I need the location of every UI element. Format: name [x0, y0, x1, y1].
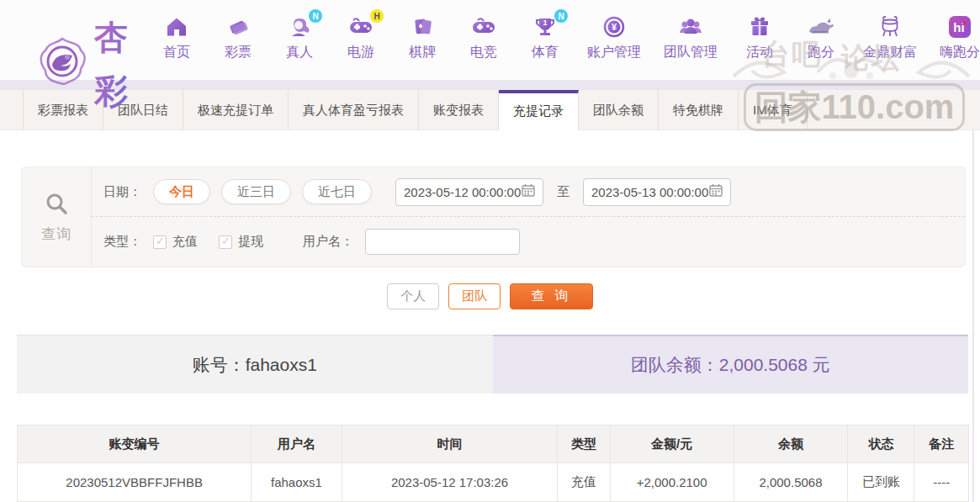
table-cell: +2,000.2100 [610, 463, 734, 502]
brand-name: 杏彩 [94, 10, 146, 118]
column-header: 类型 [558, 425, 610, 463]
type-label: 类型： [103, 234, 141, 250]
table-cell: 2023-05-12 17:03:26 [342, 463, 558, 502]
search-button[interactable]: 查 询 [510, 283, 592, 309]
column-header: 状态 [848, 425, 914, 463]
account-number: 账号：fahaoxs1 [17, 335, 493, 394]
nav-item-egames[interactable]: H 电游 [342, 13, 380, 61]
range-today-button[interactable]: 今日 [153, 179, 210, 204]
search-icon [44, 191, 69, 219]
live-person-icon [288, 13, 311, 40]
svg-text:hi: hi [953, 20, 964, 34]
home-icon [165, 13, 188, 40]
personal-button[interactable]: 个人 [387, 283, 439, 309]
team-balance: 团队余额：2,000.5068 元 [493, 335, 969, 394]
table-cell: 20230512VBBFFJFHBB [18, 463, 252, 502]
filter-fields: 日期： 今日 近三日 近七日 2023-05-12 00:00:00 [92, 167, 965, 267]
nav-item-hi-paofen[interactable]: hi 嗨跑分 [940, 13, 980, 61]
column-header: 备注 [914, 425, 969, 463]
table-cell: 充值 [558, 463, 610, 502]
svg-text:¥: ¥ [612, 22, 617, 32]
new-badge: N [309, 9, 322, 23]
top-navigation: 杏彩 首页 彩票 N [0, 0, 980, 80]
nav-item-jinding-wealth[interactable]: 金鼎财富 [863, 13, 917, 61]
table-cell: fahaoxs1 [252, 463, 342, 502]
brand-logo[interactable]: 杏彩 [35, 10, 146, 118]
tab-live-sports-pl[interactable]: 真人体育盈亏报表 [289, 90, 419, 129]
hot-badge: H [370, 9, 384, 23]
table-header-row: 账变编号用户名时间类型金额/元余额状态备注 [18, 425, 969, 463]
range-3days-button[interactable]: 近三日 [221, 179, 291, 204]
table-cell: 已到账 [848, 463, 914, 502]
users-icon [678, 13, 703, 40]
nav-item-live[interactable]: N 真人 [280, 13, 319, 61]
tab-im-sports[interactable]: IM体育 [739, 90, 808, 129]
table-body: 20230512VBBFFJFHBBfahaoxs12023-05-12 17:… [18, 463, 969, 502]
nav-item-lottery[interactable]: 彩票 [219, 13, 257, 61]
type-filter-row: 类型： 充值 提现 用户名： [92, 217, 965, 267]
main-content: 查询 日期： 今日 近三日 近七日 2023-05-12 00:00:00 [0, 166, 980, 502]
report-tabbar: 彩票报表 团队日结 极速充提订单 真人体育盈亏报表 账变报表 充提记录 团队余额… [0, 90, 980, 130]
account-summary-bar: 账号：fahaoxs1 团队余额：2,000.5068 元 [17, 335, 968, 394]
tab-account-change[interactable]: 账变报表 [419, 90, 499, 129]
team-button[interactable]: 团队 [448, 283, 501, 309]
table-cell: 2,000.5068 [734, 463, 848, 502]
column-header: 账变编号 [18, 425, 252, 463]
records-table: 账变编号用户名时间类型金额/元余额状态备注 20230512VBBFFJFHBB… [17, 425, 969, 502]
nav-item-esports[interactable]: 电竞 [464, 13, 503, 61]
table-cell: ---- [914, 463, 969, 502]
tab-team-balance[interactable]: 团队余额 [579, 90, 659, 129]
table-row: 20230512VBBFFJFHBBfahaoxs12023-05-12 17:… [18, 463, 969, 502]
withdraw-checkbox[interactable]: 提现 [219, 234, 263, 250]
nav-item-team-mgmt[interactable]: 团队管理 [664, 13, 718, 61]
tickets-icon [226, 13, 250, 40]
brand-flower-icon [35, 35, 89, 92]
column-header: 余额 [734, 425, 848, 463]
date-filter-row: 日期： 今日 近三日 近七日 2023-05-12 00:00:00 [92, 167, 965, 217]
nav-item-account-mgmt[interactable]: ¥ 账户管理 [587, 13, 641, 61]
nav-item-home[interactable]: 首页 [157, 13, 196, 61]
column-header: 金额/元 [610, 425, 734, 463]
svg-text:1: 1 [543, 18, 547, 27]
nav-divider-band [0, 80, 980, 90]
rhino-icon [807, 13, 835, 40]
hi-app-icon: hi [948, 13, 972, 40]
tab-temian-chess[interactable]: 特免棋牌 [659, 90, 739, 129]
date-from-input[interactable]: 2023-05-12 00:00:00 [395, 178, 543, 206]
date-label: 日期： [103, 184, 141, 200]
date-range-to-label: 至 [557, 184, 569, 200]
gamepad-icon [471, 13, 496, 40]
username-label: 用户名： [303, 234, 353, 250]
range-7days-button[interactable]: 近七日 [302, 179, 372, 204]
calendar-icon[interactable] [522, 183, 535, 200]
page: 杏彩 首页 彩票 N [0, 0, 980, 502]
username-input[interactable] [365, 229, 520, 255]
deposit-checkbox[interactable]: 充值 [153, 234, 198, 250]
gift-icon [748, 13, 771, 40]
query-filter-panel: 查询 日期： 今日 近三日 近七日 2023-05-12 00:00:00 [21, 166, 966, 267]
cauldron-icon [878, 13, 902, 40]
tab-fast-orders[interactable]: 极速充提订单 [183, 90, 289, 129]
checkbox-icon[interactable] [219, 235, 232, 249]
action-buttons: 个人 团队 查 询 [0, 283, 980, 309]
checkbox-icon[interactable] [153, 235, 167, 249]
column-header: 用户名 [252, 425, 342, 463]
nav-item-activity[interactable]: 活动 [740, 13, 779, 61]
calendar-icon[interactable] [709, 183, 723, 200]
page-right-edge [972, 130, 974, 502]
date-to-input[interactable]: 2023-05-13 00:00:00 [583, 178, 731, 206]
main-menu: 首页 彩票 N [157, 10, 980, 61]
coin-yen-icon: ¥ [602, 13, 626, 40]
new-badge: N [554, 9, 568, 23]
column-header: 时间 [342, 425, 558, 463]
query-section-label: 查询 [22, 167, 92, 267]
tab-deposit-withdraw-records[interactable]: 充提记录 [499, 90, 579, 130]
nav-item-cards[interactable]: 棋牌 [403, 13, 442, 61]
trophy-icon: 1 [533, 13, 557, 40]
nav-item-paofen[interactable]: 跑分 [802, 13, 840, 61]
nav-item-sports[interactable]: N 1 体育 [526, 13, 564, 61]
cards-icon [411, 13, 434, 40]
